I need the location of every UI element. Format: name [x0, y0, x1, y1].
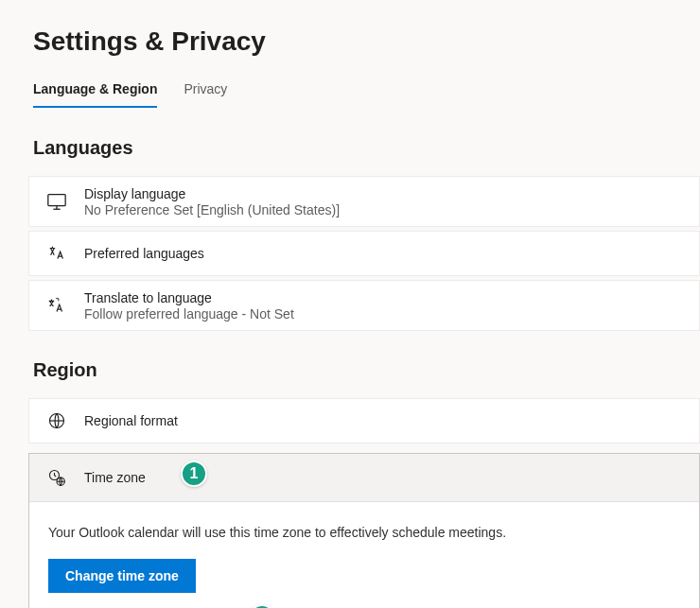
time-zone-panel: Time zone 1 Your Outlook calendar will u… — [28, 453, 700, 608]
section-header-region: Region — [33, 359, 700, 381]
regional-format-title: Regional format — [84, 413, 178, 428]
card-regional-format[interactable]: Regional format — [28, 398, 700, 443]
annotation-badge-1: 1 — [181, 460, 207, 487]
annotation-badge-2: 2 — [249, 604, 275, 608]
preferred-languages-title: Preferred languages — [84, 246, 204, 261]
time-zone-header[interactable]: Time zone 1 — [29, 454, 699, 502]
tab-privacy[interactable]: Privacy — [184, 81, 227, 108]
time-zone-title: Time zone — [84, 470, 146, 485]
translate-icon — [44, 293, 69, 318]
translate-language-sub: Follow preferred language - Not Set — [84, 306, 294, 321]
translate-language-title: Translate to language — [84, 290, 294, 305]
change-time-zone-button[interactable]: Change time zone — [48, 559, 196, 593]
region-list: Regional format — [28, 398, 700, 443]
annotation-arrow: 2 — [249, 604, 654, 608]
time-zone-description: Your Outlook calendar will use this time… — [48, 525, 680, 540]
languages-list: Display language No Preference Set [Engl… — [28, 176, 700, 331]
globe-icon — [44, 408, 69, 433]
clock-globe-icon — [44, 465, 69, 490]
display-language-sub: No Preference Set [English (United State… — [84, 202, 340, 217]
card-preferred-languages[interactable]: Preferred languages — [28, 231, 700, 276]
svg-rect-0 — [48, 195, 65, 206]
section-header-languages: Languages — [33, 137, 700, 159]
display-language-title: Display language — [84, 186, 340, 201]
time-zone-body: Your Outlook calendar will use this time… — [29, 502, 699, 608]
page-title: Settings & Privacy — [33, 26, 700, 57]
tab-language-region[interactable]: Language & Region — [33, 81, 157, 108]
card-translate-language[interactable]: Translate to language Follow preferred l… — [28, 280, 700, 331]
language-character-icon — [44, 241, 69, 266]
tabs: Language & Region Privacy — [33, 81, 700, 109]
card-display-language[interactable]: Display language No Preference Set [Engl… — [28, 176, 700, 227]
monitor-icon — [44, 189, 69, 214]
